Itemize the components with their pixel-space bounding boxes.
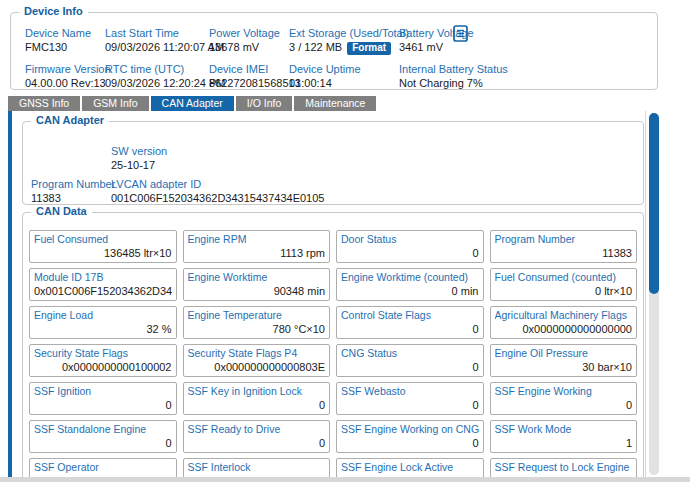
- scrollbar-thumb[interactable]: [649, 113, 659, 294]
- can-data-card: SSF Ready to Drive 0: [183, 420, 331, 453]
- device-info-field: Battery Voltage 3461 mV: [399, 26, 647, 55]
- device-field-value-row: 862272081568513: [209, 76, 289, 90]
- can-card-value: 30 bar×10: [495, 361, 633, 374]
- can-card-label: Engine RPM: [188, 233, 326, 245]
- program-number-value: 11383: [31, 191, 111, 205]
- can-card-value: 0: [341, 323, 479, 336]
- sw-version-label: SW version: [111, 144, 635, 158]
- device-field-value: 09/03/2026 11:20:07 AM: [105, 41, 224, 53]
- can-data-card: SSF Request to Lock Engine 0: [490, 458, 638, 477]
- can-card-label: SSF Request to Lock Engine: [495, 461, 633, 473]
- device-field-value: 862272081568513: [209, 77, 301, 89]
- tab-can-adapter[interactable]: CAN Adapter: [151, 96, 234, 111]
- can-card-label: Control State Flags: [341, 309, 479, 321]
- can-card-label: Agricultural Machinery Flags: [495, 309, 633, 321]
- can-card-label: Engine Load: [34, 309, 172, 321]
- can-card-label: Security State Flags: [34, 347, 172, 359]
- device-field-value: 13678 mV: [209, 41, 259, 53]
- can-card-label: SSF Interlock: [188, 461, 326, 473]
- device-info-field: Firmware Version 04.00.00 Rev:13: [25, 62, 105, 90]
- device-field-label: Ext Storage (Used/Total): [289, 26, 399, 40]
- device-field-value: 09/03/2026 12:20:24 PM: [105, 77, 225, 89]
- device-field-value: 04.00.00 Rev:13: [25, 77, 106, 89]
- program-number-field: Program Number 11383: [31, 177, 111, 205]
- can-card-label: SSF Engine Working on CNG: [341, 423, 479, 435]
- can-card-value: 0x000000000000803E: [188, 361, 326, 374]
- can-data-card: Control State Flags 0: [336, 306, 484, 339]
- can-adapter-panel: CAN Adapter SW version 25-10-17 Program …: [22, 121, 644, 205]
- device-field-value-row: 3461 mV: [399, 40, 647, 54]
- lvcan-adapter-id-field: LVCAN adapter ID 001C006F152034362D34315…: [111, 177, 635, 205]
- can-card-label: SSF Ready to Drive: [188, 423, 326, 435]
- can-card-value: 0: [188, 437, 326, 450]
- window-bottom-edge: [0, 477, 690, 482]
- device-field-value-row: 04.00.00 Rev:13: [25, 76, 105, 90]
- can-card-value: 11383: [495, 247, 633, 260]
- can-card-value: 32 %: [34, 323, 172, 336]
- tab-bar: GNSS InfoGSM InfoCAN AdapterI/O InfoMain…: [8, 96, 378, 111]
- device-info-panel: Device Info Device Name FMC130 Last Star…: [10, 12, 658, 90]
- can-data-card: Engine RPM 1113 rpm: [183, 230, 331, 263]
- device-info-field: Power Voltage 13678 mV: [209, 26, 289, 55]
- can-data-card: Engine Worktime 90348 min: [183, 268, 331, 301]
- can-card-label: Fuel Consumed: [34, 233, 172, 245]
- device-field-value-row: 01:00:14: [289, 76, 399, 90]
- can-card-value: 0x001C006F152034362D34315437434: [34, 285, 172, 298]
- device-info-field: Device Name FMC130: [25, 26, 105, 55]
- device-field-label: Internal Battery Status: [399, 62, 647, 76]
- tab-gnss-info[interactable]: GNSS Info: [8, 96, 80, 111]
- device-field-label: RTC time (UTC): [105, 62, 209, 76]
- device-field-value-row: Not Charging 7%: [399, 76, 647, 90]
- program-number-label: Program Number: [31, 177, 111, 191]
- device-field-label: Firmware Version: [25, 62, 105, 76]
- can-card-label: SSF Work Mode: [495, 423, 633, 435]
- can-card-label: Program Number: [495, 233, 633, 245]
- device-field-value: 3461 mV: [399, 41, 443, 53]
- device-info-field: RTC time (UTC) 09/03/2026 12:20:24 PM: [105, 62, 209, 90]
- can-data-card: SSF Engine Working 0: [490, 382, 638, 415]
- device-info-field: Ext Storage (Used/Total) 3 / 122 MBForma…: [289, 26, 399, 55]
- can-data-card: SSF Work Mode 1: [490, 420, 638, 453]
- can-data-card: CNG Status 0: [336, 344, 484, 377]
- can-card-value: 0x0000000000000000: [495, 323, 633, 336]
- can-card-value: 780 °C×10: [188, 323, 326, 336]
- can-data-card: Program Number 11383: [490, 230, 638, 263]
- can-card-value: 0 ltr×10: [495, 285, 633, 298]
- sw-version-field: SW version 25-10-17: [111, 144, 635, 172]
- lvcan-adapter-id-label: LVCAN adapter ID: [111, 177, 635, 191]
- can-data-card: Fuel Consumed 136485 ltr×10: [29, 230, 177, 263]
- can-data-card: SSF Engine Lock Active 0: [336, 458, 484, 477]
- device-field-value: 01:00:14: [289, 77, 332, 89]
- can-card-label: Module ID 17B: [34, 271, 172, 283]
- can-data-card: SSF Engine Working on CNG 0: [336, 420, 484, 453]
- can-card-value: 0 min: [341, 285, 479, 298]
- device-field-value-row: 13678 mV: [209, 40, 289, 54]
- tab-gsm-info[interactable]: GSM Info: [82, 96, 148, 111]
- format-button[interactable]: Format: [347, 42, 391, 55]
- can-card-value: 0: [34, 437, 172, 450]
- can-adapter-grid: SW version 25-10-17 Program Number 11383…: [23, 122, 643, 205]
- can-card-label: SSF Ignition: [34, 385, 172, 397]
- can-card-value: 136485 ltr×10: [34, 247, 172, 260]
- can-card-value: 0: [341, 437, 479, 450]
- can-card-label: Door Status: [341, 233, 479, 245]
- device-field-label: Device Name: [25, 26, 105, 40]
- can-adapter-tab-panel: CAN Adapter SW version 25-10-17 Program …: [8, 111, 646, 477]
- device-status-page: Device Info Device Name FMC130 Last Star…: [0, 0, 690, 482]
- device-field-value: FMC130: [25, 41, 67, 53]
- can-card-label: Fuel Consumed (counted): [495, 271, 633, 283]
- vertical-scrollbar[interactable]: [649, 113, 659, 475]
- device-info-title: Device Info: [19, 5, 88, 17]
- can-card-value: 0: [188, 399, 326, 412]
- device-info-field: Last Start Time 09/03/2026 11:20:07 AM: [105, 26, 209, 55]
- can-data-card: SSF Operator 0: [29, 458, 177, 477]
- can-card-label: SSF Operator: [34, 461, 172, 473]
- can-card-value: 0: [341, 399, 479, 412]
- can-card-label: CNG Status: [341, 347, 479, 359]
- log-file-icon[interactable]: [453, 25, 468, 44]
- can-card-value: 0x0000000000100002: [34, 361, 172, 374]
- can-card-label: Security State Flags P4: [188, 347, 326, 359]
- tab-maintenance[interactable]: Maintenance: [294, 96, 376, 111]
- can-card-value: 0: [495, 399, 633, 412]
- tab-i-o-info[interactable]: I/O Info: [236, 96, 292, 111]
